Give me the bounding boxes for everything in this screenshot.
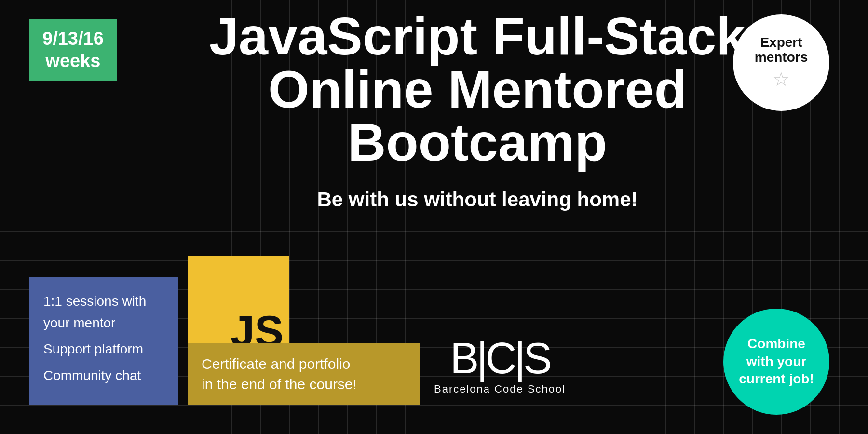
feature-community-chat: Community chat [43,365,164,387]
subtitle: Be with us without leaving home! [183,188,772,211]
bcs-letters: B|C|S [434,337,566,380]
main-title: JavaScript Full-Stack Online Mentored Bo… [183,10,772,169]
title-line3: Bootcamp [183,116,772,169]
features-box: 1:1 sessions with your mentor Support pl… [29,277,178,405]
title-line1: JavaScript Full-Stack [183,10,772,63]
certificate-banner: Certificate and portfolio in the end of … [188,343,420,405]
weeks-label: weeks [45,51,100,71]
title-line2: Online Mentored [183,63,772,116]
weeks-number: 9/13/16 [42,28,104,49]
weeks-badge: 9/13/16 weeks [29,19,117,81]
certificate-line2: in the end of the course! [202,376,357,392]
expert-mentors-text: Expert mentors [733,35,829,65]
bcs-logo: B|C|S Barcelona Code School [434,337,566,395]
certificate-line1: Certificate and portfolio [202,356,351,372]
expert-mentors-badge: Expert mentors ☆ [733,14,829,111]
bcs-full-name: Barcelona Code School [434,383,566,395]
js-logo: JS [188,256,289,357]
feature-support-platform: Support platform [43,339,164,360]
star-icon: ☆ [773,68,790,90]
page-content: 9/13/16 weeks JavaScript Full-Stack Onli… [0,0,868,434]
combine-text: Combine with your current job! [733,335,820,388]
feature-mentor-sessions: 1:1 sessions with your mentor [43,291,164,334]
combine-badge: Combine with your current job! [723,309,829,415]
